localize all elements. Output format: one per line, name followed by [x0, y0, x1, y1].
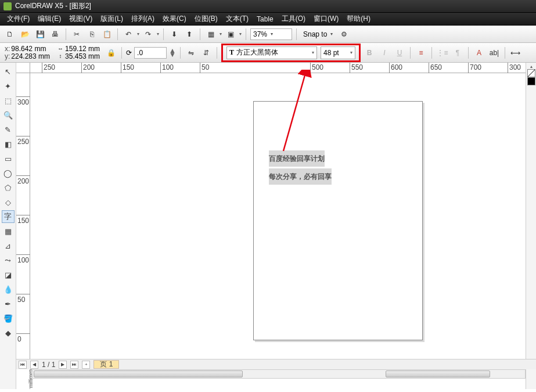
- color-swatch[interactable]: [527, 77, 535, 85]
- export-button[interactable]: ⬆: [183, 28, 196, 41]
- height-value: 35.453 mm: [65, 53, 100, 60]
- snap-dropdown[interactable]: Snap to ▾: [301, 28, 335, 40]
- size-display: ↔159.12 mm ↕35.453 mm: [55, 45, 102, 60]
- y-label: y:: [5, 53, 10, 60]
- text-tool[interactable]: 字: [2, 210, 15, 223]
- rotation-value: .0: [137, 49, 143, 57]
- window-title: CorelDRAW X5 - [图形2]: [15, 1, 91, 11]
- edit-text-button[interactable]: ab|: [488, 46, 501, 59]
- separator: [217, 47, 217, 59]
- ellipse-tool[interactable]: ◯: [2, 167, 15, 179]
- menu-edit[interactable]: 编辑(E): [38, 14, 61, 24]
- vertical-ruler[interactable]: 300 250 200 150 100 50 0: [16, 73, 30, 389]
- menu-table[interactable]: Table: [257, 15, 274, 23]
- canvas-area[interactable]: 250 200 150 100 50 500 550 600 650 700 3…: [16, 63, 536, 389]
- interactive-fill-tool[interactable]: ◆: [2, 326, 15, 339]
- first-page-button[interactable]: ⏮: [19, 361, 27, 369]
- dropcap-button[interactable]: ¶: [451, 46, 464, 59]
- mirror-v-button[interactable]: ⇵: [200, 46, 213, 59]
- new-button[interactable]: 🗋: [3, 28, 16, 41]
- text-direction-button[interactable]: ⟷: [509, 46, 522, 59]
- dimension-tool[interactable]: ⊿: [2, 239, 15, 252]
- menu-file[interactable]: 文件(F): [7, 14, 30, 24]
- paste-button[interactable]: 📋: [100, 28, 113, 41]
- undo-button[interactable]: ↶: [122, 28, 135, 41]
- chevron-down-icon: ▾: [271, 31, 273, 37]
- crop-tool[interactable]: ⬚: [2, 94, 15, 107]
- menu-layout[interactable]: 版面(L): [100, 14, 123, 24]
- basic-shapes-tool[interactable]: ◇: [2, 196, 15, 208]
- outline-tool[interactable]: ✒: [2, 297, 15, 310]
- menu-effects[interactable]: 效果(C): [163, 14, 186, 24]
- fill-tool[interactable]: 🪣: [2, 312, 15, 325]
- save-button[interactable]: 💾: [34, 28, 46, 41]
- eyedropper-tool[interactable]: 💧: [2, 283, 15, 296]
- bullet-button[interactable]: ⋮≡: [436, 46, 449, 59]
- import-button[interactable]: ⬇: [168, 28, 181, 41]
- separator: [180, 47, 181, 59]
- copy-button[interactable]: ⎘: [85, 28, 98, 41]
- welcome-dropdown-icon[interactable]: ▾: [239, 31, 242, 37]
- redo-dropdown-icon[interactable]: ▾: [157, 31, 159, 37]
- italic-button[interactable]: I: [378, 46, 391, 59]
- underline-button[interactable]: U: [393, 46, 406, 59]
- pick-tool[interactable]: ↖: [2, 65, 15, 78]
- shape-tool[interactable]: ✦: [2, 80, 15, 92]
- freehand-tool[interactable]: ✎: [2, 123, 15, 136]
- scroll-thumb[interactable]: [386, 371, 490, 377]
- options-button[interactable]: ⚙: [337, 28, 350, 41]
- menu-arrange[interactable]: 排列(A): [131, 14, 154, 24]
- menu-bitmaps[interactable]: 位图(B): [195, 14, 218, 24]
- polygon-tool[interactable]: ⬠: [2, 181, 15, 194]
- horizontal-ruler[interactable]: 250 200 150 100 50 500 550 600 650 700 3…: [30, 63, 536, 73]
- table-tool[interactable]: ▦: [2, 225, 15, 238]
- mirror-h-button[interactable]: ⇋: [185, 46, 197, 59]
- cut-button[interactable]: ✂: [70, 28, 83, 41]
- lock-ratio-button[interactable]: 🔒: [105, 46, 117, 59]
- add-page-button[interactable]: +: [82, 361, 90, 369]
- palette-scroll-up[interactable]: ▴: [530, 64, 533, 69]
- menu-help[interactable]: 帮助(H): [347, 14, 370, 24]
- x-label: x:: [5, 45, 10, 52]
- print-button[interactable]: 🖶: [49, 28, 62, 41]
- bold-button[interactable]: B: [363, 46, 376, 59]
- prev-page-button[interactable]: ◀: [30, 361, 38, 369]
- redo-button[interactable]: ↷: [142, 28, 154, 41]
- font-size-value: 48 pt: [323, 49, 350, 57]
- menu-text[interactable]: 文本(T): [226, 14, 249, 24]
- rotation-field[interactable]: .0: [134, 47, 167, 59]
- smart-fill-tool[interactable]: ◧: [2, 138, 15, 150]
- align-button[interactable]: ≡: [415, 46, 427, 59]
- artistic-text-object[interactable]: 百度经验回享计划 每次分享，必有回享: [269, 149, 332, 185]
- menu-window[interactable]: 窗口(W): [314, 14, 339, 24]
- menu-tools[interactable]: 工具(O): [282, 14, 305, 24]
- undo-dropdown-icon[interactable]: ▾: [137, 31, 139, 37]
- next-page-button[interactable]: ▶: [59, 361, 67, 369]
- launcher-dropdown-icon[interactable]: ▾: [220, 31, 222, 37]
- font-size-dropdown[interactable]: 48 pt ▾: [321, 46, 355, 59]
- separator: [505, 47, 505, 59]
- launcher-button[interactable]: ▦: [204, 28, 217, 41]
- menu-view[interactable]: 视图(V): [69, 14, 92, 24]
- ruler-origin[interactable]: [16, 63, 30, 73]
- snap-label: Snap to: [303, 30, 327, 38]
- font-family-dropdown[interactable]: T 方正大黑简体 ▾: [226, 46, 317, 59]
- rectangle-tool[interactable]: ▭: [2, 152, 15, 165]
- welcome-button[interactable]: ▣: [224, 28, 237, 41]
- no-color-swatch[interactable]: [527, 69, 535, 77]
- rotation-spinner[interactable]: ▲▼: [169, 49, 176, 57]
- toolbox: ↖ ✦ ⬚ 🔍 ✎ ◧ ▭ ◯ ⬠ ◇ 字 ▦ ⊿ ⤳ ◪ 💧 ✒ 🪣 ◆: [0, 63, 16, 389]
- char-format-button[interactable]: A: [473, 46, 485, 59]
- page-tab[interactable]: 页 1: [93, 360, 119, 369]
- text-icon: T: [229, 48, 234, 57]
- zoom-tool[interactable]: 🔍: [2, 109, 15, 121]
- x-value: 98.642 mm: [11, 45, 46, 52]
- last-page-button[interactable]: ⏭: [70, 361, 78, 369]
- zoom-dropdown[interactable]: 37% ▾: [250, 28, 292, 40]
- open-button[interactable]: 📂: [19, 28, 31, 41]
- scroll-thumb[interactable]: [34, 371, 243, 377]
- connector-tool[interactable]: ⤳: [2, 254, 15, 267]
- interactive-tool[interactable]: ◪: [2, 268, 15, 281]
- separator: [66, 28, 66, 40]
- horizontal-scrollbar[interactable]: [32, 369, 526, 379]
